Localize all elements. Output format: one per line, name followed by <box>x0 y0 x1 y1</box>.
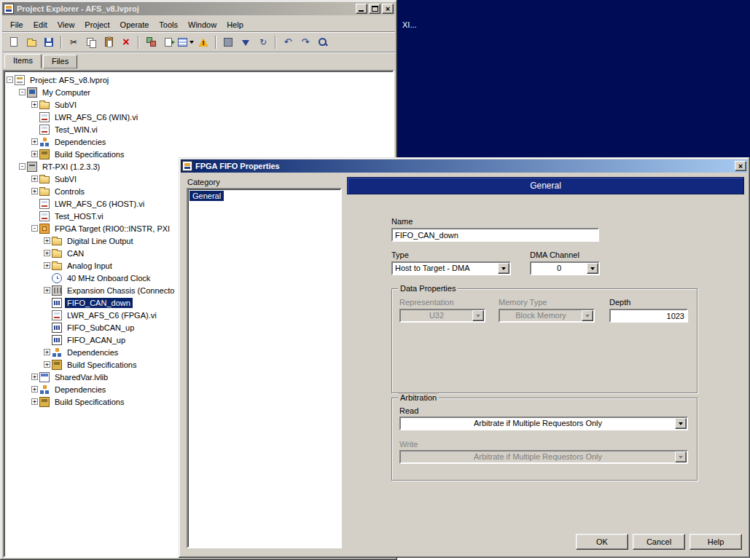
expand-toggle[interactable]: - <box>31 225 38 232</box>
type-dropdown-button[interactable] <box>498 263 509 274</box>
redo-button[interactable] <box>297 34 314 50</box>
cut-icon <box>69 37 79 47</box>
folder-icon <box>52 238 62 245</box>
expand-toggle[interactable]: + <box>44 361 50 368</box>
expand-toggle-slot: + <box>30 374 39 380</box>
name-input[interactable] <box>391 228 599 242</box>
warning-button[interactable] <box>195 34 212 50</box>
menu-edit[interactable]: Edit <box>28 19 52 31</box>
representation-label: Representation <box>399 298 454 307</box>
ok-button[interactable]: OK <box>576 534 628 550</box>
expand-toggle-slot: + <box>30 101 39 108</box>
tree-indent <box>5 178 30 179</box>
clock-icon <box>52 273 62 283</box>
expand-toggle[interactable]: + <box>31 151 38 157</box>
menu-file[interactable]: File <box>5 19 28 31</box>
minimize-button[interactable] <box>356 4 367 14</box>
new-vi-button[interactable] <box>5 34 23 50</box>
find-button[interactable] <box>314 34 332 50</box>
dropdown-arrow-icon <box>190 41 194 44</box>
tab-files[interactable]: Files <box>43 55 77 68</box>
menu-window[interactable]: Window <box>183 19 222 31</box>
tab-items[interactable]: Items <box>4 54 42 68</box>
category-item-general[interactable]: General <box>190 191 224 201</box>
expand-toggle[interactable]: + <box>31 398 38 405</box>
tree-indent <box>5 203 30 204</box>
tree-indent <box>5 117 30 117</box>
menu-tools[interactable]: Tools <box>154 19 183 31</box>
folder-icon <box>39 102 50 109</box>
expand-toggle[interactable]: + <box>44 250 50 256</box>
copy-button[interactable] <box>82 34 100 50</box>
undo-button[interactable] <box>279 34 297 50</box>
build-icon <box>224 38 233 47</box>
read-arbitration-select[interactable]: Arbitrate if Multiple Requestors Only <box>399 417 688 430</box>
open-project-button[interactable] <box>23 34 40 50</box>
dialog-button-row: OKCancelHelp <box>576 534 742 550</box>
vi-icon <box>39 211 50 221</box>
dialog-icon <box>182 161 192 171</box>
tree-item[interactable]: +SubVI <box>5 98 392 111</box>
new-vi-icon <box>10 37 17 47</box>
expand-toggle[interactable]: + <box>31 138 38 145</box>
expand-toggle-slot: + <box>42 361 52 368</box>
expand-toggle[interactable]: + <box>31 176 38 182</box>
category-list[interactable]: General <box>187 188 342 548</box>
delete-button[interactable] <box>117 34 135 50</box>
tree-indent <box>5 352 42 352</box>
expand-toggle-slot: + <box>42 262 52 269</box>
tab-strip: ItemsFiles <box>0 52 397 68</box>
tree-item[interactable]: -Project: AFS_v8.lvproj <box>5 74 392 86</box>
cut-button[interactable] <box>65 34 82 50</box>
dialog-close-button[interactable]: × <box>735 161 746 171</box>
tree-item[interactable]: +Dependencies <box>5 135 392 148</box>
expand-toggle[interactable]: + <box>31 188 38 194</box>
arbitration-group: Arbitration Read Arbitrate if Multiple R… <box>391 398 698 481</box>
project-explorer-titlebar[interactable]: Project Explorer - AFS_v8.lvproj × <box>2 2 395 15</box>
build-button[interactable] <box>219 34 237 50</box>
save-all-icon <box>44 38 53 47</box>
expand-toggle[interactable]: - <box>19 89 26 95</box>
menu-project[interactable]: Project <box>79 19 114 31</box>
menu-help[interactable]: Help <box>222 19 249 31</box>
deploy-button[interactable] <box>237 34 254 50</box>
write-arbitration-value: Arbitrate if Multiple Requestors Only <box>402 451 674 462</box>
dma-dropdown-button[interactable] <box>587 263 598 274</box>
close-button[interactable]: × <box>382 4 394 14</box>
refresh-button[interactable] <box>254 34 272 50</box>
export-button[interactable] <box>160 34 177 50</box>
tree-item[interactable]: Test_WIN.vi <box>5 123 392 135</box>
tree-item[interactable]: LWR_AFS_C6 (WIN).vi <box>5 111 392 123</box>
help-button[interactable]: Help <box>690 534 742 550</box>
maximize-button[interactable] <box>369 4 380 14</box>
paste-button[interactable] <box>100 34 117 50</box>
expand-toggle[interactable]: + <box>44 287 50 293</box>
items-view-button[interactable] <box>177 34 195 50</box>
category-label: Category <box>187 178 220 186</box>
dma-channel-select[interactable]: 0 <box>530 261 600 275</box>
expand-toggle[interactable]: + <box>44 237 50 244</box>
expand-toggle[interactable]: - <box>7 76 13 83</box>
tree-item-label: RT-PXI (1.2.3.3) <box>40 162 102 172</box>
expand-toggle[interactable]: - <box>19 163 26 170</box>
save-all-button[interactable] <box>40 34 58 50</box>
dialog-titlebar[interactable]: FPGA FIFO Properties × <box>181 159 748 173</box>
expand-toggle[interactable]: + <box>31 386 38 393</box>
tree-item[interactable]: -My Computer <box>5 86 392 98</box>
read-dropdown-button[interactable] <box>675 418 687 429</box>
menu-operate[interactable]: Operate <box>115 19 155 31</box>
cancel-button[interactable]: Cancel <box>633 534 685 550</box>
resolve-conflicts-button[interactable] <box>142 34 160 50</box>
caption-buttons: × <box>356 4 394 14</box>
menu-view[interactable]: View <box>52 19 80 31</box>
warning-icon <box>198 38 208 47</box>
tree-indent <box>5 253 42 253</box>
expand-toggle[interactable]: + <box>31 374 38 380</box>
depth-input[interactable] <box>609 309 688 323</box>
tree-item-label: FIFO_SubCAN_up <box>65 323 136 333</box>
tree-item-label: Build Specifications <box>52 149 126 159</box>
expand-toggle[interactable]: + <box>44 349 50 355</box>
expand-toggle[interactable]: + <box>31 101 38 108</box>
expand-toggle[interactable]: + <box>44 262 50 269</box>
type-select[interactable]: Host to Target - DMA <box>391 261 511 275</box>
